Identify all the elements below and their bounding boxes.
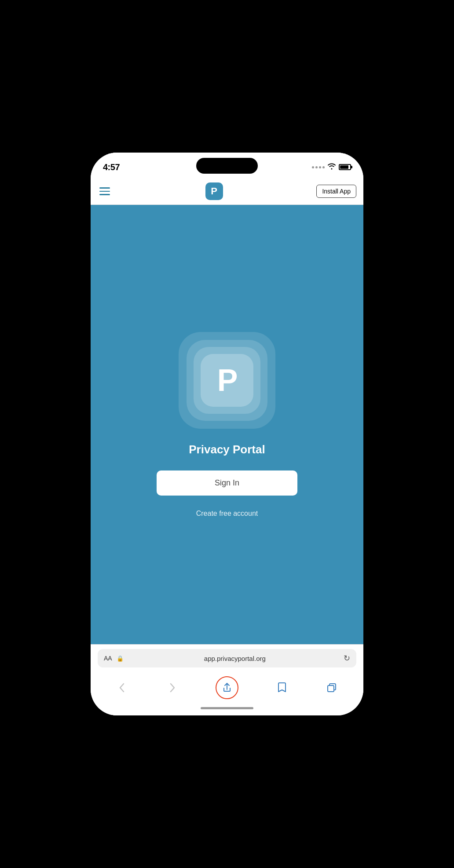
wifi-icon xyxy=(327,163,336,171)
create-account-link[interactable]: Create free account xyxy=(196,510,258,518)
app-icon-letter: P xyxy=(217,365,237,396)
install-app-button[interactable]: Install App xyxy=(316,185,356,198)
signal-icon xyxy=(312,166,325,168)
url-display[interactable]: app.privacyportal.org xyxy=(126,655,344,662)
home-indicator xyxy=(201,707,253,709)
app-title: Privacy Portal xyxy=(189,443,265,456)
browser-controls xyxy=(98,672,356,705)
bookmarks-button[interactable] xyxy=(274,679,290,696)
svg-rect-0 xyxy=(328,686,334,692)
browser-nav-bar: P Install App xyxy=(91,179,363,205)
battery-icon xyxy=(339,164,351,170)
forward-button[interactable] xyxy=(164,679,180,696)
hamburger-menu-icon[interactable] xyxy=(98,186,112,197)
reload-icon[interactable]: ↻ xyxy=(344,653,350,663)
status-bar: 4:57 xyxy=(91,153,363,179)
font-size-control[interactable]: AA xyxy=(104,655,112,662)
phone-frame: 4:57 xyxy=(91,153,363,715)
app-icon: P xyxy=(179,332,275,429)
main-content: P Privacy Portal Sign In Create free acc… xyxy=(91,205,363,644)
status-time: 4:57 xyxy=(103,162,120,172)
status-icons xyxy=(312,163,351,171)
tabs-button[interactable] xyxy=(323,679,340,696)
url-bar[interactable]: AA 🔒 app.privacyportal.org ↻ xyxy=(98,649,356,667)
browser-logo: P xyxy=(205,182,223,200)
lock-icon: 🔒 xyxy=(117,655,124,662)
back-button[interactable] xyxy=(114,679,131,696)
share-button[interactable] xyxy=(213,674,241,702)
share-button-highlight xyxy=(216,676,238,699)
sign-in-button[interactable]: Sign In xyxy=(157,470,297,496)
browser-bottom-bar: AA 🔒 app.privacyportal.org ↻ xyxy=(91,644,363,715)
dynamic-island xyxy=(196,158,258,174)
